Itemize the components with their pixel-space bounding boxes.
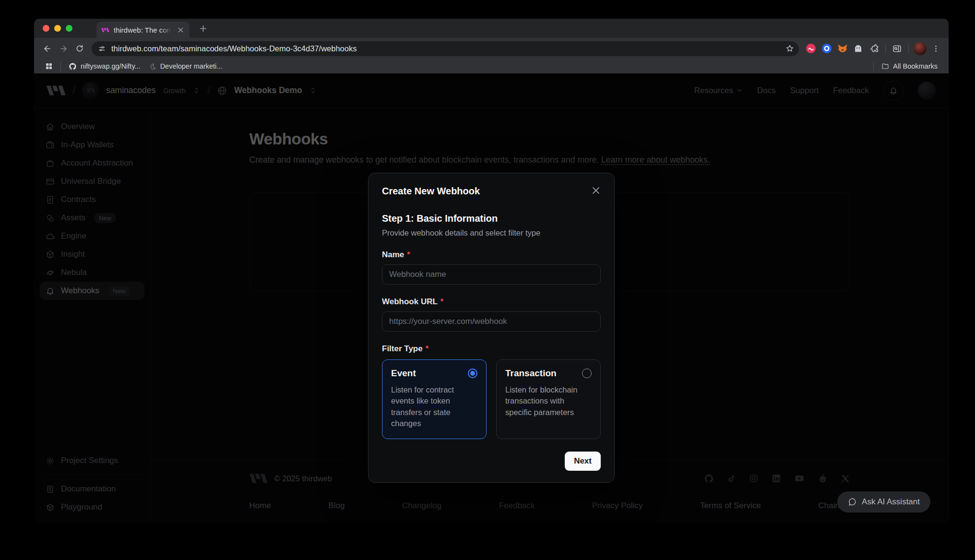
address-bar[interactable]: thirdweb.com/team/saminacodes/Webhooks-D… <box>92 41 799 56</box>
bookmark-star-icon[interactable] <box>785 44 794 53</box>
thirdweb-favicon-icon <box>101 27 109 33</box>
site-settings-icon[interactable] <box>98 45 106 53</box>
zoom-window-button[interactable] <box>66 25 72 32</box>
browser-window: thirdweb: The complete web3 thirdweb.com… <box>34 19 949 523</box>
all-bookmarks-button[interactable]: All Bookmarks <box>877 61 942 71</box>
filter-option-description: Listen for blockchain transactions with … <box>505 384 592 418</box>
github-favicon-icon <box>69 62 77 71</box>
browser-tab[interactable]: thirdweb: The complete web3 <box>96 22 190 38</box>
close-window-button[interactable] <box>43 25 49 32</box>
new-tab-button[interactable] <box>196 22 210 35</box>
ask-ai-assistant-button[interactable]: Ask AI Assistant <box>837 491 930 512</box>
all-bookmarks-label: All Bookmarks <box>893 62 938 70</box>
browser-profile-avatar[interactable] <box>912 41 928 57</box>
extension-red-icon[interactable] <box>803 41 819 57</box>
window-controls <box>43 25 72 32</box>
bookmarks-bar: niftyswap.gg/Nifty... Developer marketi.… <box>34 59 949 73</box>
required-mark: * <box>440 297 444 307</box>
modal-title: Create New Webhook <box>382 186 480 197</box>
minimize-window-button[interactable] <box>54 25 61 32</box>
radio-selected-icon[interactable] <box>468 369 477 378</box>
extensions-area <box>803 41 944 57</box>
radio-unselected-icon[interactable] <box>582 369 592 378</box>
filter-option-description: Listen for contract events like token tr… <box>391 384 477 429</box>
filter-option-transaction[interactable]: Transaction Listen for blockchain transa… <box>496 359 601 439</box>
modal-close-button[interactable] <box>591 186 601 195</box>
bookmarks-divider <box>60 62 61 71</box>
step-subtitle: Provide webhook details and select filte… <box>382 228 601 238</box>
reload-button[interactable] <box>71 40 88 57</box>
browser-toolbar: thirdweb.com/team/saminacodes/Webhooks-D… <box>34 38 949 59</box>
required-mark: * <box>407 250 410 260</box>
close-icon <box>592 187 600 194</box>
url-text: thirdweb.com/team/saminacodes/Webhooks-D… <box>111 44 780 53</box>
chat-bubble-icon <box>848 498 856 506</box>
required-mark: * <box>426 344 429 354</box>
metamask-icon[interactable] <box>834 41 850 57</box>
extensions-puzzle-icon[interactable] <box>866 41 882 57</box>
apps-grid-icon[interactable] <box>41 61 57 71</box>
bookmark-item-developer[interactable]: Developer marketi... <box>145 61 227 71</box>
browser-menu-icon[interactable] <box>928 41 944 57</box>
side-panel-icon[interactable] <box>889 41 905 57</box>
name-label: Name* <box>382 250 601 260</box>
bookmarks-divider <box>873 62 874 71</box>
next-button[interactable]: Next <box>565 452 601 471</box>
webhook-url-label: Webhook URL* <box>382 297 601 307</box>
bookmark-item-github[interactable]: niftyswap.gg/Nifty... <box>64 61 145 71</box>
toolbar-divider <box>908 44 909 53</box>
step-title: Step 1: Basic Information <box>382 213 601 224</box>
back-button[interactable] <box>39 40 55 57</box>
tab-title: thirdweb: The complete web3 <box>114 26 172 34</box>
crescent-favicon-icon <box>149 63 156 70</box>
toolbar-divider <box>885 44 886 53</box>
folder-icon <box>881 62 889 70</box>
extension-blue-icon[interactable] <box>819 41 834 57</box>
filter-type-label: Filter Type* <box>382 344 601 354</box>
filter-option-event[interactable]: Event Listen for contract events like to… <box>382 359 487 439</box>
tab-strip: thirdweb: The complete web3 <box>34 19 949 38</box>
create-webhook-modal: Create New Webhook Step 1: Basic Informa… <box>368 173 615 483</box>
webhook-name-input[interactable] <box>382 264 601 285</box>
webhook-url-input[interactable] <box>382 311 601 332</box>
forward-button[interactable] <box>55 40 71 57</box>
bookmark-label: Developer marketi... <box>160 62 223 70</box>
phantom-icon[interactable] <box>850 41 866 57</box>
webpage: / saminacodes Growth / Webhooks Demo <box>34 73 949 523</box>
bookmark-label: niftyswap.gg/Nifty... <box>81 62 141 70</box>
tab-close-icon[interactable] <box>176 25 185 34</box>
